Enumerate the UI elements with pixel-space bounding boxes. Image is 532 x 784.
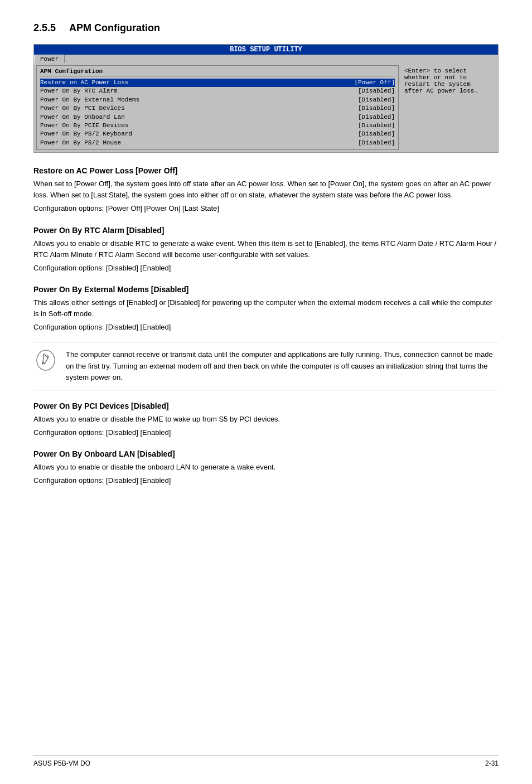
config-options: Configuration options: [Disabled] [Enabl… <box>33 322 499 333</box>
bios-row: Power On By External Modems[Disabled] <box>40 96 395 104</box>
bios-row-value: [Disabled] <box>358 113 395 122</box>
svg-point-0 <box>37 350 55 370</box>
bios-row: Restore on AC Power Loss[Power Off] <box>40 79 395 87</box>
bios-row: Power On By PS/2 Mouse[Disabled] <box>40 139 395 147</box>
bios-row-value: [Disabled] <box>358 122 395 130</box>
bios-header: BIOS SETUP UTILITY <box>34 45 498 55</box>
bios-row-label: Power On By Onboard Lan <box>40 113 358 122</box>
bios-row: Power On By PS/2 Keyboard[Disabled] <box>40 130 395 138</box>
body-text: Allows you to enable or disable RTC to g… <box>33 238 499 260</box>
page-footer: ASUS P5B-VM DO 2-31 <box>33 756 499 767</box>
subsection-restore-ac: Restore on AC Power Loss [Power Off]When… <box>33 166 499 214</box>
subsection-external-modems: Power On By External Modems [Disabled]Th… <box>33 285 499 390</box>
subsection-pci-devices: Power On By PCI Devices [Disabled]Allows… <box>33 401 499 438</box>
bios-tab-row: Power <box>34 55 498 63</box>
section-title: APM Configuration <box>69 22 160 34</box>
bios-help-panel: <Enter> to select whether or not to rest… <box>401 65 496 150</box>
bios-row-label: Power On By PS/2 Keyboard <box>40 130 358 138</box>
bios-row-value: [Disabled] <box>358 87 395 95</box>
body-text: Allows you to enable or disable the PME … <box>33 414 499 425</box>
bios-row-value: [Disabled] <box>358 139 395 147</box>
bios-row-label: Power On By External Modems <box>40 96 358 104</box>
subsection-heading: Power On By RTC Alarm [Disabled] <box>33 226 499 235</box>
config-options: Configuration options: [Disabled] [Enabl… <box>33 263 499 274</box>
body-text: This allows either settings of [Enabled]… <box>33 297 499 320</box>
note-box: The computer cannot receive or transmit … <box>33 342 499 390</box>
bios-left-panel: APM Configuration Restore on AC Power Lo… <box>36 65 399 150</box>
bios-tab-power[interactable]: Power <box>34 55 65 63</box>
bios-row: Power On By RTC Alarm[Disabled] <box>40 87 395 95</box>
bios-row-label: Power On By PCIE Devices <box>40 122 358 130</box>
subsection-heading: Power On By Onboard LAN [Disabled] <box>33 449 499 458</box>
body-text: When set to [Power Off], the system goes… <box>33 178 499 201</box>
footer-right: 2-31 <box>485 759 499 767</box>
note-icon <box>33 349 58 371</box>
bios-row: Power On By PCIE Devices[Disabled] <box>40 122 395 130</box>
bios-row-value: [Disabled] <box>358 104 395 113</box>
bios-row-value: [Power Off] <box>354 79 395 87</box>
bios-row-value: [Disabled] <box>358 96 395 104</box>
subsections: Restore on AC Power Loss [Power Off]When… <box>33 166 499 486</box>
bios-row-label: Restore on AC Power Loss <box>40 79 354 87</box>
section-number: 2.5.5 <box>33 22 56 34</box>
config-options: Configuration options: [Power Off] [Powe… <box>33 203 499 214</box>
bios-ui-box: BIOS SETUP UTILITY Power APM Configurati… <box>33 44 499 153</box>
bios-row-label: Power On By PS/2 Mouse <box>40 139 358 147</box>
svg-line-2 <box>43 362 45 364</box>
bios-row: Power On By PCI Devices[Disabled] <box>40 104 395 113</box>
subsection-rtc-alarm: Power On By RTC Alarm [Disabled]Allows y… <box>33 226 499 274</box>
subsection-heading: Power On By External Modems [Disabled] <box>33 285 499 294</box>
bios-row-label: Power On By RTC Alarm <box>40 87 358 95</box>
note-text: The computer cannot receive or transmit … <box>66 349 499 383</box>
config-options: Configuration options: [Disabled] [Enabl… <box>33 427 499 438</box>
bios-row-label: Power On By PCI Devices <box>40 104 358 113</box>
subsection-heading: Restore on AC Power Loss [Power Off] <box>33 166 499 175</box>
subsection-onboard-lan: Power On By Onboard LAN [Disabled]Allows… <box>33 449 499 486</box>
subsection-heading: Power On By PCI Devices [Disabled] <box>33 401 499 410</box>
footer-left: ASUS P5B-VM DO <box>33 759 90 767</box>
bios-panel-title: APM Configuration <box>40 68 395 76</box>
body-text: Allows you to enable or disable the onbo… <box>33 462 499 473</box>
bios-body: APM Configuration Restore on AC Power Lo… <box>34 63 498 152</box>
config-options: Configuration options: [Disabled] [Enabl… <box>33 475 499 486</box>
bios-rows: Restore on AC Power Loss[Power Off]Power… <box>40 79 395 147</box>
bios-row: Power On By Onboard Lan[Disabled] <box>40 113 395 122</box>
bios-row-value: [Disabled] <box>358 130 395 138</box>
